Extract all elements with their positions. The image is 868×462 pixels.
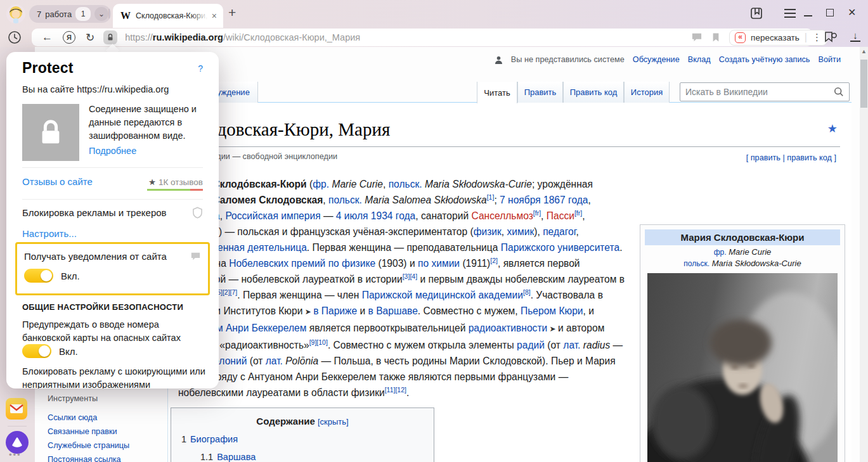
download-icon[interactable]: ↓ [850, 30, 860, 42]
tab-group-count: 7 [37, 10, 41, 19]
sidebar-link-permanent[interactable]: Постоянная ссылка [48, 455, 155, 462]
lock-icon [107, 34, 114, 41]
star-icon: ★ [148, 177, 156, 187]
sidebar-more-icon[interactable]: ••• [9, 450, 22, 459]
protect-help-link[interactable]: ? [198, 63, 203, 74]
avatar-girl-icon [6, 4, 25, 23]
tab-separator: | [108, 8, 110, 19]
reviews-rating-bar [147, 189, 203, 191]
tab-history[interactable]: История [624, 82, 670, 103]
active-tab[interactable]: W Склодовская-Кюри, Ма × [113, 4, 223, 28]
personal-link-talk[interactable]: Обсуждение [633, 55, 680, 64]
more-options-icon[interactable]: ⋮ [812, 32, 822, 43]
shock-ads-label: Блокировать рекламу с шокирующими или не… [22, 365, 206, 388]
maximize-icon[interactable] [826, 9, 834, 16]
toc-header: Содержание [256, 416, 314, 427]
new-tab-button[interactable]: + [228, 5, 236, 20]
toggle-state-label: Вкл. [61, 271, 80, 281]
card-warning-toggle[interactable] [22, 344, 51, 358]
personal-link-create-account[interactable]: Создать учётную запись [719, 55, 810, 64]
not-logged-in-text: Вы не представились системе [511, 55, 625, 64]
bookmark-icon[interactable] [711, 32, 720, 42]
tab-read[interactable]: Читать [477, 82, 517, 103]
wikipedia-favicon: W [120, 10, 131, 22]
table-of-contents: Содержание [скрыть] 1Биография 1.1Варшав… [171, 407, 434, 462]
notifications-highlight-box: Получать уведомления от сайта Вкл. [15, 242, 210, 295]
url-scheme: https:// [125, 32, 153, 42]
comments-icon[interactable] [691, 32, 703, 42]
adblock-label: Блокировка рекламы и трекеров [22, 207, 167, 218]
secure-lock-tile [22, 104, 79, 161]
personal-bar: Вы не представились системе Обсуждение В… [495, 55, 841, 64]
tab-group-label: работа [45, 10, 72, 19]
close-tab-icon[interactable]: × [212, 11, 217, 21]
comment-bubble-icon [190, 252, 201, 264]
wiki-search-input[interactable] [685, 87, 834, 97]
tools-header: Инструменты [48, 394, 155, 408]
divider [22, 199, 203, 200]
wiki-search-box[interactable] [680, 82, 850, 101]
retell-quote-icon: « [735, 32, 746, 43]
profile-avatar[interactable] [6, 4, 25, 23]
minimize-icon[interactable] [804, 15, 812, 16]
notifications-label: Получать уведомления от сайта [24, 251, 167, 262]
close-window-icon[interactable]: ✕ [848, 6, 856, 18]
tab-group-pill[interactable]: 7 работа 1 ⌄ [29, 5, 111, 23]
configure-link[interactable]: Настроить... [22, 228, 77, 239]
retell-button[interactable]: « пересказать | ⋮ [729, 30, 827, 46]
infobox-french-name: фр. Marie Curie [645, 247, 840, 257]
site-lock-badge[interactable] [103, 30, 117, 44]
menu-icon[interactable] [784, 9, 796, 20]
details-link[interactable]: Подробнее [89, 146, 136, 156]
sidebar-divider [8, 426, 27, 427]
personal-link-login[interactable]: Войти [818, 55, 841, 64]
sidebar-link-whatlinkshere[interactable]: Ссылки сюда [48, 413, 155, 422]
toc-item-warsaw[interactable]: 1.1Варшава [200, 452, 434, 462]
chevron-down-icon[interactable]: ⌄ [94, 7, 108, 21]
scrollbar-up-icon[interactable]: ▲ [860, 47, 868, 56]
tab-group-badge: 1 [75, 7, 91, 21]
protect-panel: Protect ? Вы на сайте https://ru.wikiped… [6, 52, 219, 388]
search-icon[interactable] [834, 87, 844, 97]
divider [22, 167, 203, 168]
infobox-title: Мария Склодовская-Кюри [645, 229, 840, 245]
yandex-home-icon[interactable]: Я [63, 31, 75, 44]
history-clock-icon[interactable] [8, 30, 22, 47]
personal-link-contributions[interactable]: Вклад [688, 55, 711, 64]
url-text[interactable]: https://ru.wikipedia.org/wiki/Склодовска… [125, 32, 360, 42]
article-content: Склодовская-Кюри, Мария ★ Из Википедии —… [167, 103, 852, 462]
collections-icon[interactable] [824, 30, 838, 46]
scrollbar-thumb[interactable] [860, 60, 867, 108]
sidebar-link-special-pages[interactable]: Служебные страницы [48, 441, 155, 450]
site-reviews-link[interactable]: Отзывы о сайте [22, 176, 93, 187]
toggle-state-label: Вкл. [59, 346, 78, 357]
browser-window: 7 работа 1 ⌄ | W Склодовская-Кюри, Ма × … [0, 0, 868, 462]
back-icon[interactable]: ← [42, 31, 53, 44]
infobox-polish-name: польск. Maria Skłodowska-Curie [645, 259, 840, 268]
sidebar-link-related-changes[interactable]: Связанные правки [48, 427, 155, 436]
browser-chrome: 7 работа 1 ⌄ | W Склодовская-Кюри, Ма × … [0, 0, 868, 47]
wiki-tools-sidebar: Инструменты Ссылки сюда Связанные правки… [48, 394, 155, 462]
toc-item-biography[interactable]: 1Биография [181, 434, 434, 444]
portrait-photo[interactable] [647, 273, 838, 462]
toc-hide-link[interactable]: [скрыть] [318, 417, 349, 427]
secure-connection-text: Соединение защищено и данные передаются … [89, 103, 207, 143]
article-intro-paragraph: Мари́я Склодо́вская-Кюри́ (фр. Marie Cur… [178, 176, 626, 401]
address-bar-actions: « пересказать | ⋮ [691, 29, 827, 46]
lock-icon [36, 118, 65, 147]
page-title: Склодовская-Кюри, Мария [178, 119, 840, 147]
page-scrollbar[interactable]: ▲ [860, 47, 868, 462]
section-edit-links[interactable]: [ править | править код ] [746, 153, 836, 162]
notifications-toggle[interactable] [24, 269, 53, 283]
reviews-count: ★ 1К отзывов [148, 177, 203, 187]
mail-icon[interactable] [6, 398, 27, 420]
bookmarks-panel-icon[interactable] [750, 7, 763, 22]
retell-separator: | [805, 32, 807, 43]
retell-label: пересказать [751, 33, 800, 42]
reload-icon[interactable]: ↻ [86, 31, 94, 44]
watchlist-star-icon[interactable]: ★ [827, 122, 838, 136]
shield-icon [192, 207, 203, 221]
tab-edit[interactable]: Править [517, 82, 563, 103]
url-path: /wiki/Склодовская-Кюри,_Мария [223, 32, 360, 42]
tab-edit-source[interactable]: Править код [563, 82, 624, 103]
